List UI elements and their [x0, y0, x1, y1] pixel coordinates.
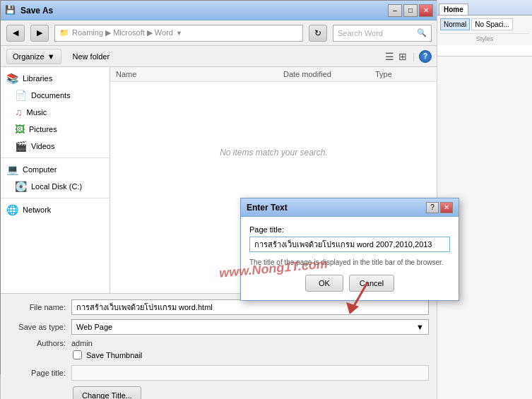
search-placeholder: Search Word: [338, 29, 383, 37]
filename-label: File name:: [9, 303, 66, 311]
window-controls: – □ ✕: [388, 4, 433, 17]
sidebar-item-label: Network: [23, 206, 51, 214]
window-icon: 💾: [5, 5, 16, 16]
change-title-button[interactable]: Change Title...: [73, 386, 141, 399]
forward-button[interactable]: ▶: [30, 25, 49, 42]
dialog-hint-text: The title of the page is displayed in th…: [249, 258, 450, 268]
bottom-area: File name: Save as type: Web Page ▼ Auth…: [1, 293, 437, 399]
sidebar-item-label: Music: [27, 108, 47, 117]
action-toolbar: Organize ▼ New folder ☰ ⊞ | ?: [1, 46, 437, 67]
ruler: [437, 45, 532, 56]
page-title-label: Page title:: [9, 369, 66, 377]
sidebar-item-documents[interactable]: 📄 Documents: [1, 87, 110, 104]
sidebar-item-music[interactable]: ♫ Music: [1, 104, 110, 121]
dialog-field-label: Page title:: [249, 225, 450, 234]
address-bar-chevron: ▼: [176, 30, 182, 37]
dialog-buttons: OK Cancel: [249, 275, 450, 292]
dialog-ok-button[interactable]: OK: [305, 275, 343, 292]
address-bar-folder-icon: 📁: [59, 28, 69, 37]
dialog-title: Enter Text: [247, 203, 425, 213]
saveastype-value: Web Page: [76, 323, 112, 331]
save-thumbnail-label: Save Thumbnail: [86, 351, 142, 359]
enter-text-dialog: Enter Text ? ✕ Page title: The title of …: [240, 198, 459, 301]
dialog-body: Page title: The title of the page is dis…: [241, 217, 459, 300]
filename-input[interactable]: [71, 299, 429, 315]
minimize-button[interactable]: –: [388, 4, 402, 17]
computer-icon: 💻: [6, 164, 18, 175]
sidebar-item-label: Computer: [23, 165, 57, 174]
view-grid-icon[interactable]: ⊞: [397, 49, 408, 64]
save-thumbnail-checkbox[interactable]: [73, 350, 82, 359]
dialog-help-button[interactable]: ?: [426, 202, 439, 213]
sidebar-item-label: Videos: [31, 142, 54, 150]
videos-icon: 🎬: [15, 141, 27, 152]
organize-chevron-icon: ▼: [47, 52, 55, 61]
save-as-window: 💾 Save As – □ ✕ ◀ ▶ 📁 Roaming ▶ Microsof…: [0, 0, 438, 374]
localdisk-icon: 💽: [15, 181, 27, 192]
authors-value: admin: [71, 339, 93, 347]
dialog-cancel-button[interactable]: Cancel: [349, 275, 394, 292]
address-toolbar: ◀ ▶ 📁 Roaming ▶ Microsoft ▶ Word ▼ ↻ Sea…: [1, 20, 437, 46]
back-button[interactable]: ◀: [6, 25, 25, 42]
close-button[interactable]: ✕: [419, 4, 433, 17]
saveastype-row: Save as type: Web Page ▼: [9, 319, 429, 335]
col-date-header[interactable]: Date modified: [283, 70, 375, 78]
style-row: Normal No Spaci...: [440, 18, 529, 30]
dropdown-chevron-icon: ▼: [416, 323, 424, 331]
view-list-icon[interactable]: ☰: [384, 49, 396, 64]
address-bar[interactable]: 📁 Roaming ▶ Microsoft ▶ Word ▼: [54, 25, 303, 42]
maximize-button[interactable]: □: [403, 4, 418, 17]
documents-icon: 📄: [15, 90, 27, 101]
saveastype-dropdown[interactable]: Web Page ▼: [71, 319, 429, 335]
dialog-pagetitle-input[interactable]: [249, 237, 450, 252]
dialog-title-bar: Enter Text ? ✕: [241, 198, 459, 217]
ribbon-tab-home[interactable]: Home: [439, 4, 468, 15]
libraries-icon: 📚: [6, 73, 18, 84]
filename-row: File name:: [9, 299, 429, 315]
new-folder-button[interactable]: New folder: [67, 49, 116, 64]
sidebar-item-videos[interactable]: 🎬 Videos: [1, 138, 110, 155]
sidebar-item-label: Libraries: [23, 74, 52, 83]
music-icon: ♫: [15, 107, 23, 118]
sidebar: 📚 Libraries 📄 Documents ♫ Music 🖼 Pictur…: [1, 67, 110, 293]
authors-label: Authors:: [9, 339, 66, 347]
sidebar-item-computer[interactable]: 💻 Computer: [1, 161, 110, 178]
style-nospacing[interactable]: No Spaci...: [471, 18, 513, 30]
pictures-icon: 🖼: [15, 124, 25, 135]
ribbon-tabs: Home: [437, 0, 532, 16]
refresh-button[interactable]: ↻: [309, 25, 327, 42]
style-normal[interactable]: Normal: [440, 18, 470, 30]
network-icon: 🌐: [6, 204, 18, 215]
window-title: Save As: [20, 6, 388, 16]
save-thumbnail-row: Save Thumbnail: [73, 350, 429, 359]
sidebar-item-label: Documents: [31, 91, 71, 100]
saveastype-label: Save as type:: [9, 323, 66, 331]
dialog-close-button[interactable]: ✕: [440, 202, 453, 213]
ribbon-styles-label: Styles: [440, 33, 529, 42]
col-name-header[interactable]: Name: [116, 70, 283, 78]
sidebar-item-libraries[interactable]: 📚 Libraries: [1, 70, 110, 87]
sidebar-item-label: Local Disk (C:): [31, 182, 82, 191]
search-icon: 🔍: [417, 28, 427, 37]
search-box[interactable]: Search Word 🔍: [333, 25, 432, 42]
help-button[interactable]: ?: [419, 50, 432, 63]
view-buttons: ☰ ⊞ | ?: [384, 49, 432, 64]
sidebar-item-localdisk[interactable]: 💽 Local Disk (C:): [1, 178, 110, 195]
page-title-value: [71, 365, 429, 381]
ribbon-content: Normal No Spaci... Styles: [437, 16, 532, 45]
sidebar-item-network[interactable]: 🌐 Network: [1, 201, 110, 218]
column-headers: Name Date modified Type: [110, 67, 437, 82]
page-title-row: Page title:: [9, 365, 429, 381]
address-bar-path: Roaming ▶ Microsoft ▶ Word: [72, 28, 173, 37]
sidebar-item-label: Pictures: [29, 125, 57, 133]
title-bar: 💾 Save As – □ ✕: [1, 1, 437, 20]
col-type-header[interactable]: Type: [375, 70, 432, 78]
sidebar-item-pictures[interactable]: 🖼 Pictures: [1, 121, 110, 138]
organize-button[interactable]: Organize ▼: [6, 49, 61, 64]
authors-row: Authors: admin: [9, 339, 429, 347]
